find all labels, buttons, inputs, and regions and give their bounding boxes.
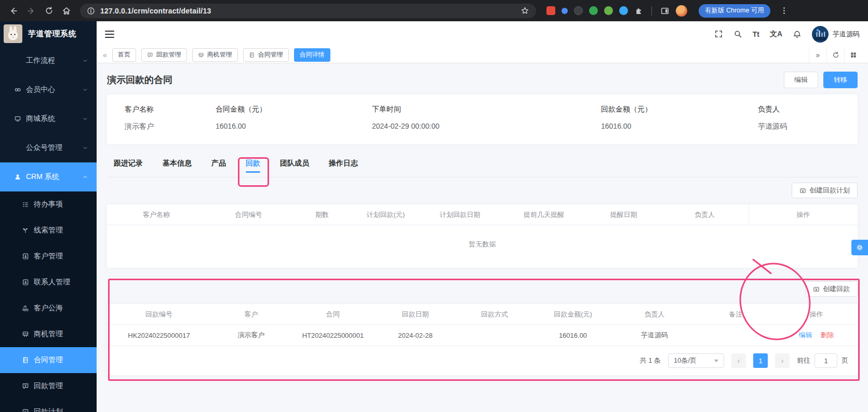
settings-drawer-button[interactable]	[851, 240, 868, 255]
tag-business[interactable]: 商机管理	[192, 48, 238, 62]
extensions-puzzle-icon[interactable]	[634, 6, 643, 15]
browser-forward-icon[interactable]	[24, 4, 38, 18]
column-header: 备注	[696, 310, 775, 319]
side-panel-icon[interactable]	[660, 6, 670, 16]
bus-icon	[198, 52, 204, 58]
sidebar-item-crm-system[interactable]: CRM 系统	[0, 162, 97, 191]
browser-profile-avatar[interactable]	[676, 5, 687, 17]
cell-contract-no: HT20240225000001	[291, 332, 375, 339]
cell-date: 2024-02-28	[375, 332, 456, 339]
tags-expand-icon[interactable]: »	[809, 47, 826, 63]
tab-products[interactable]: 产品	[211, 157, 226, 177]
notification-bell-icon[interactable]	[793, 30, 802, 38]
transfer-button[interactable]: 转移	[823, 72, 858, 88]
page-unit-label: 页	[842, 356, 848, 365]
sidebar-item-receivable[interactable]: 回款管理	[0, 373, 97, 399]
table-header-row: 回款编号 客户 合同 回款日期 回款方式 回款金额(元) 负责人 备注 操作	[107, 304, 858, 325]
layout-grid-icon[interactable]	[844, 47, 862, 63]
summary-field: 合同金额（元） 16016.00	[216, 105, 266, 130]
extension-icon[interactable]	[589, 6, 598, 15]
tab-follow-records[interactable]: 跟进记录	[114, 157, 143, 177]
sidebar-item-customers[interactable]: 客户管理	[0, 243, 97, 269]
create-receivable-plan-button[interactable]: 创建回款计划	[792, 183, 858, 198]
extension-icon[interactable]	[562, 8, 568, 14]
field-label: 下单时间	[372, 105, 439, 114]
field-value: 16016.00	[601, 122, 652, 130]
language-icon[interactable]: 文A	[770, 30, 782, 39]
fullscreen-icon[interactable]	[714, 30, 723, 38]
divider	[651, 6, 652, 16]
field-value: 芋道源码	[758, 122, 787, 131]
row-delete-link[interactable]: 删除	[821, 331, 834, 340]
extension-icon[interactable]	[574, 6, 583, 15]
font-size-icon[interactable]: Tt	[753, 30, 759, 38]
money-plan-icon	[22, 408, 29, 412]
sidebar-menu: 工作流程 会员中心 商城系统 公众号管理 CRM 系统	[0, 46, 97, 412]
tag-contract-detail[interactable]: 合同详情	[294, 48, 330, 62]
main-area: Tt 文A 芋道源码 « 首页 回款管理 商机管理 合同管理 合同详情 »	[97, 21, 868, 412]
sidebar-item-label: 待办事项	[34, 200, 63, 209]
tags-collapse-icon[interactable]: «	[103, 51, 107, 59]
sidebar-item-todo[interactable]: 待办事项	[0, 191, 97, 217]
top-header: Tt 文A 芋道源码	[97, 21, 868, 47]
summary-field: 客户名称 演示客户	[125, 105, 154, 131]
page-number-button[interactable]: 1	[753, 353, 768, 368]
field-label: 客户名称	[125, 105, 154, 114]
chevron-down-icon	[82, 58, 88, 64]
cell-customer: 演示客户	[211, 331, 291, 340]
sidebar-item-contract[interactable]: 合同管理	[0, 347, 97, 373]
column-header: 客户名称	[107, 210, 206, 219]
menu-fold-icon[interactable]	[105, 31, 114, 38]
sidebar-item-contacts[interactable]: 联系人管理	[0, 269, 97, 295]
create-receivable-button[interactable]: 创建回款	[805, 281, 858, 297]
tab-receivables[interactable]: 回款	[246, 157, 260, 177]
tab-team-members[interactable]: 团队成员	[280, 157, 309, 177]
next-page-button[interactable]: ›	[775, 353, 790, 368]
sidebar-item-business[interactable]: 商机管理	[0, 321, 97, 347]
user-menu[interactable]: 芋道源码	[812, 26, 860, 43]
tag-home[interactable]: 首页	[112, 48, 136, 62]
sidebar-item-workflow[interactable]: 工作流程	[0, 46, 97, 75]
sidebar-item-official-account[interactable]: 公众号管理	[0, 133, 97, 162]
edit-button[interactable]: 编辑	[784, 72, 818, 88]
sidebar-item-receivable-plan[interactable]: 回款计划	[0, 399, 97, 412]
sidebar-item-member-center[interactable]: 会员中心	[0, 75, 97, 104]
app-title: 芋道管理系统	[28, 29, 76, 39]
app-logo-row: 芋道管理系统	[0, 21, 97, 46]
browser-back-icon[interactable]	[6, 4, 21, 18]
tab-operation-log[interactable]: 操作日志	[329, 157, 358, 177]
sidebar-item-customer-pool[interactable]: 客户公海	[0, 295, 97, 321]
tag-label: 合同管理	[258, 50, 283, 59]
column-header: 提前几天提醒	[501, 210, 586, 219]
page-size-select[interactable]: 10条/页	[668, 353, 724, 368]
refresh-page-icon[interactable]	[826, 47, 844, 63]
extension-icon[interactable]	[619, 6, 628, 15]
tab-basic-info[interactable]: 基本信息	[163, 157, 192, 177]
column-header: 回款编号	[107, 310, 211, 319]
browser-menu-icon[interactable]	[780, 6, 789, 15]
column-header: 提醒日期	[586, 210, 661, 219]
sidebar-item-label: 会员中心	[26, 85, 55, 94]
search-icon[interactable]	[733, 30, 742, 38]
button-label: 创建回款计划	[809, 186, 850, 195]
sidebar-item-leads[interactable]: 线索管理	[0, 217, 97, 243]
bookmark-star-icon[interactable]	[520, 6, 529, 15]
tag-contract[interactable]: 合同管理	[243, 48, 289, 62]
tag-label: 回款管理	[156, 50, 181, 59]
sidebar-item-mall-system[interactable]: 商城系统	[0, 104, 97, 133]
browser-refresh-icon[interactable]	[42, 4, 56, 18]
prev-page-button[interactable]: ‹	[731, 353, 746, 368]
field-label: 负责人	[758, 105, 787, 114]
goto-page-input[interactable]	[814, 353, 837, 368]
tag-receivable[interactable]: 回款管理	[141, 48, 187, 62]
sidebar-item-label: 客户公海	[34, 304, 63, 313]
column-header: 期数	[291, 210, 353, 219]
create-plan-icon	[799, 187, 806, 194]
extension-icon[interactable]	[546, 6, 555, 15]
browser-home-icon[interactable]	[59, 4, 74, 18]
site-info-icon[interactable]	[87, 7, 95, 15]
address-bar[interactable]: 127.0.0.1/crm/contract/detail/13	[80, 4, 536, 18]
chrome-update-button[interactable]: 有新版 Chrome 可用	[699, 4, 770, 18]
extension-icon[interactable]	[604, 6, 613, 15]
row-edit-link[interactable]: 编辑	[799, 331, 812, 340]
